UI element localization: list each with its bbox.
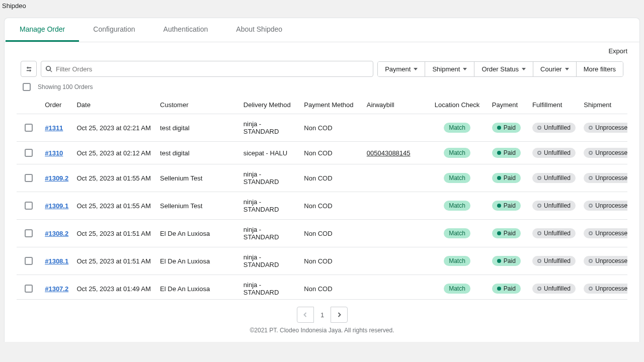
order-link[interactable]: #1308.2 <box>45 230 68 237</box>
cell-delivery: ninja - STANDARD <box>239 275 300 300</box>
location-badge: Match <box>444 256 470 266</box>
payment-badge: Paid <box>492 228 521 238</box>
refresh-button[interactable] <box>21 61 37 77</box>
col-date[interactable]: Date <box>72 96 156 114</box>
fulfillment-badge: Unfulfilled <box>532 256 576 266</box>
cell-airwaybill <box>363 192 427 220</box>
col-customer[interactable]: Customer <box>156 96 239 114</box>
order-link[interactable]: #1309.2 <box>45 174 68 182</box>
shipment-badge: Unprocessed <box>584 123 627 133</box>
cell-delivery: ninja - STANDARD <box>239 164 300 192</box>
page-number: 1 <box>314 307 331 323</box>
chevron-right-icon <box>337 312 342 317</box>
cell-date: Oct 25, 2023 at 01:55 AM <box>72 164 156 192</box>
location-badge: Match <box>444 228 470 238</box>
order-link[interactable]: #1310 <box>45 149 63 157</box>
tab-manage-order[interactable]: Manage Order <box>6 18 79 42</box>
chevron-down-icon <box>414 68 418 70</box>
order-link[interactable]: #1309.1 <box>45 202 68 210</box>
chevron-left-icon <box>303 312 308 317</box>
shipment-badge: Unprocessed <box>584 228 627 238</box>
table-row: #1308.1 Oct 25, 2023 at 01:51 AM El De A… <box>17 247 627 275</box>
tab-configuration[interactable]: Configuration <box>79 18 149 42</box>
select-all-checkbox[interactable] <box>23 83 31 91</box>
airwaybill-link[interactable]: 005043088145 <box>367 149 411 157</box>
col-order[interactable]: Order <box>41 96 72 114</box>
shipment-badge: Unprocessed <box>584 284 627 294</box>
col-payment[interactable]: Payment <box>488 96 528 114</box>
shipment-badge: Unprocessed <box>584 148 627 158</box>
cell-airwaybill <box>363 275 427 300</box>
fulfillment-badge: Unfulfilled <box>532 173 576 183</box>
row-checkbox[interactable] <box>25 124 33 132</box>
swap-icon <box>25 65 33 73</box>
cell-payment-method: Non COD <box>300 275 363 300</box>
search-input[interactable] <box>53 65 369 73</box>
payment-badge: Paid <box>492 173 521 183</box>
shipment-badge: Unprocessed <box>584 173 627 183</box>
cell-payment-method: Non COD <box>300 220 363 247</box>
prev-page-button[interactable] <box>297 307 314 323</box>
filter-order-status[interactable]: Order Status <box>474 62 533 76</box>
next-page-button[interactable] <box>331 307 348 323</box>
chevron-down-icon <box>565 68 569 70</box>
cell-date: Oct 25, 2023 at 01:49 AM <box>72 275 156 300</box>
cell-payment-method: Non COD <box>300 192 363 220</box>
fulfillment-badge: Unfulfilled <box>532 284 576 294</box>
cell-date: Oct 25, 2023 at 01:51 AM <box>72 220 156 247</box>
cell-customer: El De An Luxiosa <box>156 247 239 275</box>
location-badge: Match <box>444 201 470 211</box>
cell-payment-method: Non COD <box>300 114 363 142</box>
cell-airwaybill <box>363 114 427 142</box>
cell-airwaybill: 005043088145 <box>363 142 427 164</box>
col-delivery-method[interactable]: Delivery Method <box>239 96 300 114</box>
orders-count: Showing 100 Orders <box>38 83 93 90</box>
table-row: #1310 Oct 25, 2023 at 02:12 AM test digi… <box>17 142 627 164</box>
filter-payment[interactable]: Payment <box>378 62 425 76</box>
row-checkbox[interactable] <box>25 149 33 157</box>
table-row: #1307.2 Oct 25, 2023 at 01:49 AM El De A… <box>17 275 627 300</box>
cell-customer: Sellenium Test <box>156 192 239 220</box>
search-field[interactable] <box>41 61 373 77</box>
order-link[interactable]: #1307.2 <box>45 285 68 293</box>
fulfillment-badge: Unfulfilled <box>532 148 576 158</box>
col-airwaybill[interactable]: Airwaybill <box>363 96 427 114</box>
cell-date: Oct 25, 2023 at 01:55 AM <box>72 192 156 220</box>
payment-badge: Paid <box>492 123 521 133</box>
orders-table-scroll[interactable]: Order Date Customer Delivery Method Paym… <box>17 96 627 300</box>
filter-group: Payment Shipment Order Status Courier Mo… <box>377 61 623 77</box>
col-shipment[interactable]: Shipment <box>580 96 627 114</box>
filter-shipment[interactable]: Shipment <box>425 62 474 76</box>
tabs: Manage Order Configuration Authenticatio… <box>5 18 639 42</box>
tab-about-shipdeo[interactable]: About Shipdeo <box>222 18 296 42</box>
cell-airwaybill <box>363 164 427 192</box>
order-link[interactable]: #1311 <box>45 124 63 132</box>
payment-badge: Paid <box>492 256 521 266</box>
cell-customer: test digital <box>156 114 239 142</box>
row-checkbox[interactable] <box>25 174 33 182</box>
cell-customer: test digital <box>156 142 239 164</box>
fulfillment-badge: Unfulfilled <box>532 123 576 133</box>
row-checkbox[interactable] <box>25 202 33 210</box>
cell-payment-method: Non COD <box>300 142 363 164</box>
pagination: 1 <box>5 300 639 325</box>
search-icon <box>45 65 53 73</box>
tab-authentication[interactable]: Authentication <box>149 18 222 42</box>
chevron-down-icon <box>522 68 526 70</box>
main-panel: Manage Order Configuration Authenticatio… <box>4 18 640 342</box>
col-location-check[interactable]: Location Check <box>426 96 488 114</box>
cell-delivery: ninja - STANDARD <box>239 247 300 275</box>
more-filters-button[interactable]: More filters <box>577 62 623 76</box>
cell-customer: El De An Luxiosa <box>156 275 239 300</box>
row-checkbox[interactable] <box>25 229 33 237</box>
row-checkbox[interactable] <box>25 285 33 293</box>
filter-courier[interactable]: Courier <box>533 62 577 76</box>
row-checkbox[interactable] <box>25 257 33 265</box>
col-fulfillment[interactable]: Fulfillment <box>528 96 580 114</box>
col-payment-method[interactable]: Payment Method <box>300 96 363 114</box>
fulfillment-badge: Unfulfilled <box>532 228 576 238</box>
cell-date: Oct 25, 2023 at 02:12 AM <box>72 142 156 164</box>
order-link[interactable]: #1308.1 <box>45 257 68 265</box>
location-badge: Match <box>444 123 470 133</box>
export-button[interactable]: Export <box>608 45 627 57</box>
